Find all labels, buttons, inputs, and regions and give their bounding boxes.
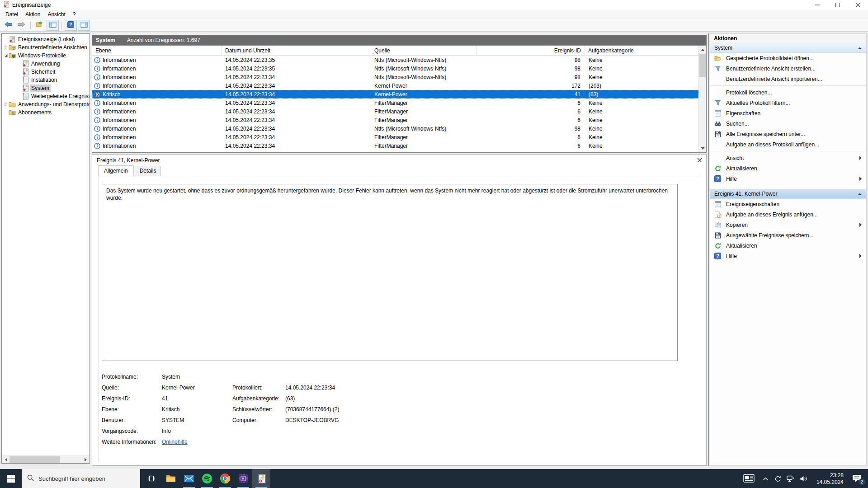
scroll-down-icon[interactable] <box>699 145 706 152</box>
menu-ansicht[interactable]: Ansicht <box>44 10 69 19</box>
action-center-icon[interactable]: 2 <box>845 469 868 488</box>
table-row[interactable]: Informationen14.05.2024 22:23:34Ntfs (Mi… <box>92 73 698 81</box>
widgets-icon[interactable] <box>738 469 759 488</box>
action-item[interactable]: ?Hilfe <box>710 174 866 184</box>
info-icon <box>94 117 100 123</box>
action-item[interactable]: Aktualisieren <box>710 240 866 251</box>
table-row[interactable]: Informationen14.05.2024 22:23:34Kernel-P… <box>92 81 698 90</box>
table-row[interactable]: Informationen14.05.2024 22:23:35Ntfs (Mi… <box>92 64 698 73</box>
taskbar-app-file-explorer[interactable] <box>162 469 180 488</box>
menu-aktion[interactable]: Aktion <box>22 10 44 19</box>
taskbar-app-spotify[interactable] <box>198 469 216 488</box>
action-item[interactable]: Kopieren <box>710 220 866 230</box>
chevron-collapsed-icon[interactable] <box>3 45 9 50</box>
maximize-button[interactable] <box>827 0 848 10</box>
column-header-ebene[interactable]: Ebene <box>92 46 222 55</box>
field-value: SYSTEM <box>162 417 232 423</box>
sync-icon[interactable] <box>772 469 784 488</box>
action-item[interactable]: ?Hilfe <box>710 251 866 261</box>
column-header-ereignis-id[interactable]: Ereignis-ID <box>476 46 585 55</box>
tree-item[interactable]: Sicherheit <box>3 68 90 76</box>
action-item[interactable]: Ansicht <box>710 153 866 163</box>
action-item[interactable]: Gespeicherte Protokolldatei öffnen... <box>710 53 866 63</box>
scrollbar-thumb[interactable] <box>699 54 706 77</box>
back-button[interactable] <box>2 20 14 31</box>
tree-item[interactable]: System <box>3 84 90 92</box>
table-row[interactable]: Informationen14.05.2024 22:23:34FilterMa… <box>92 116 698 124</box>
action-item[interactable]: Ereigniseigenschaften <box>710 199 866 209</box>
column-header-aufgabenkategorie[interactable]: Aufgabenkategorie <box>585 46 698 55</box>
action-item[interactable]: Aufgabe an dieses Protokoll anfügen... <box>710 139 866 150</box>
collapse-arrow-icon[interactable] <box>858 46 862 50</box>
category-cell: Keine <box>585 74 698 80</box>
action-item[interactable]: Protokoll löschen... <box>710 87 866 98</box>
taskbar-app-event-viewer[interactable] <box>252 469 270 488</box>
action-item[interactable]: Benutzerdefinierte Ansicht erstellen... <box>710 63 866 74</box>
category-cell: Keine <box>585 143 698 149</box>
forward-button[interactable] <box>15 20 28 31</box>
action-item[interactable]: Aufgabe an dieses Ereignis anfügen... <box>710 209 866 220</box>
table-row[interactable]: Informationen14.05.2024 22:23:34FilterMa… <box>92 133 698 141</box>
menu-datei[interactable]: Datei <box>2 10 22 19</box>
volume-icon[interactable] <box>797 469 810 488</box>
table-row[interactable]: Informationen14.05.2024 22:23:34Ntfs (Mi… <box>92 124 698 133</box>
tree-item[interactable]: Abonnements <box>3 108 90 117</box>
taskbar-app-mail[interactable] <box>180 469 198 488</box>
column-header-datum[interactable]: Datum und Uhrzeit <box>222 46 371 55</box>
action-item[interactable]: Suchen... <box>710 118 866 129</box>
detail-close-icon[interactable] <box>698 157 702 164</box>
table-row[interactable]: Kritisch14.05.2024 22:23:34Kernel-Power4… <box>92 90 698 99</box>
table-row[interactable]: Informationen14.05.2024 22:23:34FilterMa… <box>92 107 698 116</box>
table-row[interactable]: Informationen14.05.2024 22:23:34FilterMa… <box>92 99 698 107</box>
start-button[interactable] <box>0 469 22 488</box>
tree-item[interactable]: Weitergeleitete Ereignisse <box>3 92 90 100</box>
action-item[interactable]: Benutzerdefinierte Ansicht importieren..… <box>710 74 866 84</box>
tree-item[interactable]: Anwendung <box>3 60 90 68</box>
taskbar-clock[interactable]: 23:28 14.05.2024 <box>810 469 845 488</box>
task-view-button[interactable] <box>141 469 162 488</box>
show-action-pane-button[interactable] <box>78 20 90 31</box>
taskbar-apps <box>162 469 270 488</box>
table-row[interactable]: Informationen14.05.2024 22:23:34FilterMa… <box>92 141 698 150</box>
action-item-label: Gespeicherte Protokolldatei öffnen... <box>726 55 866 61</box>
help-button[interactable]: ? <box>65 20 77 31</box>
action-item[interactable]: Ausgewählte Ereignisse speichern... <box>710 230 866 240</box>
tab-allgemein[interactable]: Allgemein <box>98 165 134 177</box>
action-section-title: System <box>714 45 858 51</box>
scroll-right-icon[interactable] <box>82 456 90 464</box>
show-console-tree-button[interactable] <box>47 20 59 31</box>
network-icon[interactable] <box>784 469 797 488</box>
export-button[interactable] <box>33 20 46 31</box>
action-item[interactable]: Eigenschaften <box>710 108 866 118</box>
taskbar-app-chip-app[interactable] <box>234 469 252 488</box>
scroll-up-icon[interactable] <box>699 46 706 53</box>
action-section-header[interactable]: System <box>710 43 866 53</box>
taskbar-search[interactable]: Suchbegriff hier eingeben <box>22 469 140 488</box>
action-item[interactable]: Alle Ereignisse speichern unter... <box>710 129 866 139</box>
minimize-button[interactable] <box>807 0 827 10</box>
action-item[interactable]: Aktuelles Protokoll filtern... <box>710 98 866 108</box>
tree-item[interactable]: Anwendungs- und Dienstprotokolle <box>3 100 90 108</box>
scrollbar-thumb[interactable] <box>9 456 60 463</box>
chevron-collapsed-icon[interactable] <box>3 102 9 107</box>
table-vertical-scrollbar[interactable] <box>698 46 706 152</box>
tab-details[interactable]: Details <box>135 166 161 176</box>
taskbar-app-chrome[interactable] <box>216 469 234 488</box>
hidden-icons-chevron-icon[interactable] <box>759 469 772 488</box>
onlinehilfe-link[interactable]: Onlinehilfe <box>162 439 188 445</box>
tree-horizontal-scrollbar[interactable] <box>2 455 90 463</box>
panel-splitter[interactable] <box>708 33 709 466</box>
chevron-expanded-icon[interactable] <box>3 53 9 58</box>
collapse-arrow-icon[interactable] <box>858 192 862 196</box>
column-header-quelle[interactable]: Quelle <box>371 46 476 55</box>
table-row[interactable]: Informationen14.05.2024 22:23:35Ntfs (Mi… <box>92 56 698 64</box>
tree-item[interactable]: Windows-Protokolle <box>3 52 90 60</box>
menu-hilfe[interactable]: ? <box>69 10 80 19</box>
action-section-header[interactable]: Ereignis 41, Kernel-Power <box>710 189 866 199</box>
scroll-left-icon[interactable] <box>2 456 9 464</box>
tree-item[interactable]: Installation <box>3 76 90 84</box>
tree-item[interactable]: Ereignisanzeige (Lokal) <box>3 35 90 43</box>
close-button[interactable] <box>848 0 868 10</box>
tree-item[interactable]: Benutzerdefinierte Ansichten <box>3 43 90 52</box>
action-item[interactable]: Aktualisieren <box>710 163 866 174</box>
